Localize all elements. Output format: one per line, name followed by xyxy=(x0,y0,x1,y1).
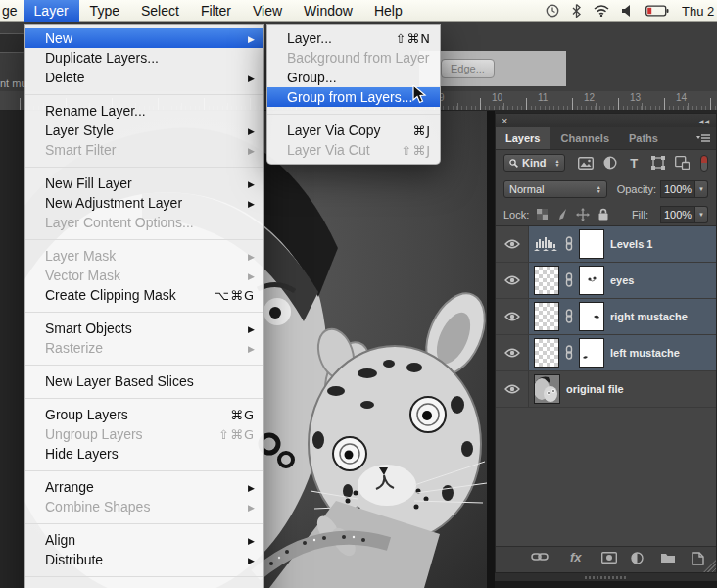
panel-titlebar[interactable]: × ◀◀ xyxy=(496,114,716,127)
fill-value[interactable]: 100% xyxy=(660,206,695,223)
visibility-eye-icon[interactable] xyxy=(496,226,529,262)
visibility-eye-icon[interactable] xyxy=(496,335,529,370)
filter-shape-layers-icon[interactable] xyxy=(646,156,671,170)
visibility-eye-icon[interactable] xyxy=(496,299,529,334)
menubar-item-filter[interactable]: Filter xyxy=(190,0,242,22)
submenu-item-layer[interactable]: Layer...⇧⌘N xyxy=(267,28,440,48)
layer-thumbnail[interactable] xyxy=(534,374,560,404)
submenu-item-layer-via-cut[interactable]: Layer Via Cut⇧⌘J xyxy=(267,140,440,160)
wifi-icon[interactable] xyxy=(594,5,609,17)
layer-row-eyes[interactable]: eyes xyxy=(496,263,716,299)
add-mask-icon[interactable] xyxy=(601,552,617,565)
menu-item-create-clipping-mask[interactable]: Create Clipping Mask⌥⌘G xyxy=(25,285,263,305)
tab-channels[interactable]: Channels xyxy=(550,127,619,149)
layer-mask-thumbnail[interactable] xyxy=(579,302,604,331)
panel-close-icon[interactable]: × xyxy=(502,116,507,125)
panel-resize-grip[interactable] xyxy=(703,560,716,572)
mask-link-icon[interactable] xyxy=(565,309,573,325)
menu-item-delete[interactable]: Delete▶ xyxy=(25,68,263,87)
menu-item-distribute[interactable]: Distribute▶ xyxy=(25,550,263,569)
menu-item-new-fill-layer[interactable]: New Fill Layer▶ xyxy=(25,173,263,193)
menubar-item-type[interactable]: Type xyxy=(79,0,130,22)
menu-item-rasterize[interactable]: Rasterize▶ xyxy=(25,338,263,358)
layer-row-levels-1[interactable]: Levels 1 xyxy=(496,226,716,263)
mask-link-icon[interactable] xyxy=(565,345,573,362)
layer-row-right-mustache[interactable]: right mustache xyxy=(496,299,716,335)
menu-item-group-layers[interactable]: Group Layers⌘G xyxy=(25,405,263,424)
menubar-item-help[interactable]: Help xyxy=(363,0,413,22)
fill-dropdown-icon[interactable]: ▼ xyxy=(695,206,708,223)
mask-link-icon[interactable] xyxy=(565,272,573,289)
menu-item-ungroup-layers[interactable]: Ungroup Layers⇧⌘G xyxy=(25,424,263,444)
menu-item-new[interactable]: New▶ xyxy=(25,28,263,48)
lock-all-padlock-icon[interactable] xyxy=(598,208,609,220)
menubar-item-view[interactable]: View xyxy=(242,0,293,22)
filter-smart-objects-icon[interactable] xyxy=(670,156,694,170)
tab-layers[interactable]: Layers xyxy=(496,127,550,149)
menu-item-new-adjustment-layer[interactable]: New Adjustment Layer▶ xyxy=(25,193,263,213)
menu-item-layer-content-options[interactable]: Layer Content Options... xyxy=(25,213,263,232)
layer-mask-thumbnail[interactable] xyxy=(579,229,604,259)
layer-style-fx-icon[interactable]: fx xyxy=(570,550,582,564)
menubar-item-partial[interactable]: ge xyxy=(0,3,24,19)
menu-item-new-layer-based-slices[interactable]: New Layer Based Slices xyxy=(25,371,263,391)
menu-item-smart-objects[interactable]: Smart Objects▶ xyxy=(25,318,263,338)
filter-adjustment-layers-icon[interactable] xyxy=(598,156,622,170)
menu-item-rename-layer[interactable]: Rename Layer... xyxy=(25,101,263,121)
menu-item-vector-mask[interactable]: Vector Mask▶ xyxy=(25,266,263,285)
lock-pixels-brush-icon[interactable] xyxy=(555,208,568,220)
layer-name[interactable]: right mustache xyxy=(610,311,688,322)
opacity-dropdown-icon[interactable]: ▼ xyxy=(695,180,708,198)
tool-options-swatch[interactable] xyxy=(0,33,25,53)
adjustment-layer-icon[interactable] xyxy=(631,552,644,566)
menubar-item-select[interactable]: Select xyxy=(130,0,190,22)
bluetooth-icon[interactable] xyxy=(572,4,581,18)
submenu-item-background-from-layer[interactable]: Background from Layer xyxy=(267,48,440,68)
layer-row-left-mustache[interactable]: left mustache xyxy=(496,335,716,371)
layer-mask-thumbnail[interactable] xyxy=(579,266,604,295)
menu-item-duplicate-layers[interactable]: Duplicate Layers... xyxy=(25,48,263,68)
layer-name[interactable]: eyes xyxy=(610,274,634,286)
new-group-folder-icon[interactable] xyxy=(660,552,676,565)
menubar-item-window[interactable]: Window xyxy=(293,0,363,22)
menubar-clock[interactable]: Thu 2 xyxy=(682,4,717,19)
layer-name[interactable]: Levels 1 xyxy=(610,238,652,250)
menubar-item-layer[interactable]: Layer xyxy=(24,0,79,22)
menu-item-combine-shapes[interactable]: Combine Shapes▶ xyxy=(25,497,263,516)
panel-collapse-icon[interactable]: ◀◀ xyxy=(699,118,710,124)
submenu-item-layer-via-copy[interactable]: Layer Via Copy⌘J xyxy=(267,121,440,140)
layer-name[interactable]: original file xyxy=(566,383,624,395)
lock-transparency-icon[interactable] xyxy=(537,209,548,220)
panel-drag-strip[interactable] xyxy=(495,573,717,581)
menu-item-hide-layers[interactable]: Hide Layers xyxy=(25,444,263,464)
lock-position-move-icon[interactable] xyxy=(576,208,590,221)
opacity-value[interactable]: 100% xyxy=(660,180,695,198)
menu-item-layer-mask[interactable]: Layer Mask▶ xyxy=(25,246,263,266)
submenu-item-group[interactable]: Group... xyxy=(267,68,440,87)
tab-paths[interactable]: Paths xyxy=(619,127,668,149)
layer-mask-thumbnail[interactable] xyxy=(579,338,604,368)
levels-adjustment-icon[interactable] xyxy=(534,235,559,253)
layer-thumbnail[interactable] xyxy=(534,302,559,331)
layer-name[interactable]: left mustache xyxy=(610,347,680,359)
time-machine-icon[interactable] xyxy=(546,4,559,18)
visibility-eye-icon[interactable] xyxy=(496,371,529,407)
new-layer-icon[interactable] xyxy=(692,552,704,567)
menu-item-smart-filter[interactable]: Smart Filter▶ xyxy=(25,140,263,160)
filtering-toggle-icon[interactable] xyxy=(700,155,708,172)
kind-filter-dropdown[interactable]: Kind ▲▼ xyxy=(503,154,565,172)
visibility-eye-icon[interactable] xyxy=(496,263,529,298)
battery-icon[interactable] xyxy=(645,5,669,17)
refine-edge-button[interactable]: Edge... xyxy=(441,59,495,78)
filter-pixel-layers-icon[interactable] xyxy=(573,157,598,170)
menu-item-align[interactable]: Align▶ xyxy=(25,530,263,550)
menu-item-arrange[interactable]: Arrange▶ xyxy=(25,477,263,497)
volume-icon[interactable] xyxy=(622,5,633,17)
menu-item-layer-style[interactable]: Layer Style▶ xyxy=(25,121,263,140)
layer-row-original-file[interactable]: original file xyxy=(496,371,716,408)
layer-thumbnail[interactable] xyxy=(534,266,559,295)
mask-link-icon[interactable] xyxy=(565,236,573,253)
blend-mode-dropdown[interactable]: Normal ▲▼ xyxy=(503,180,607,198)
panel-menu-icon[interactable] xyxy=(696,127,716,149)
filter-type-layers-icon[interactable]: T xyxy=(622,156,646,171)
